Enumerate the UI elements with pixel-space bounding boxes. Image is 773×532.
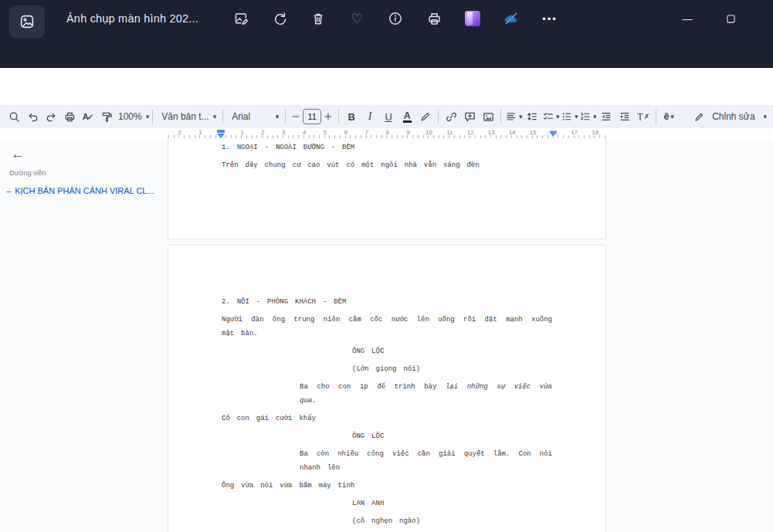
input-tools-icon: ê (663, 111, 669, 122)
outline-list: –KỊCH BẢN PHÂN CẢNH VIRAL CL... (6, 186, 164, 195)
script-block-paren: (Lớn giọng nói) (352, 362, 552, 376)
script-block-dialogue: Ba còn nhiều công việc cần giải quyết lắ… (300, 447, 552, 475)
paragraph-styles-select[interactable]: Văn bản t... ▾ (156, 107, 219, 126)
bold-button[interactable]: B (342, 107, 361, 126)
numbered-list-icon (579, 110, 592, 123)
ruler-number: 17 (571, 129, 578, 136)
comment-add-icon (463, 110, 476, 124)
rotate-icon (272, 11, 288, 27)
ruler-number: 8 (385, 129, 388, 136)
editing-mode-button[interactable]: Chỉnh sửa ▾ (689, 107, 771, 126)
right-indent-marker[interactable] (549, 131, 557, 137)
ruler-number: 4 (303, 129, 306, 136)
chevron-down-icon: ▾ (276, 114, 280, 120)
indent-icon (619, 110, 631, 123)
paint-roller-icon (100, 110, 114, 124)
ruler-number: 6 (344, 129, 348, 136)
input-tools-button[interactable]: ê ▾ (659, 107, 678, 126)
ruler-number: 12 (467, 129, 474, 136)
zoom-select[interactable]: 100% ▾ (116, 107, 149, 126)
print-button[interactable] (60, 107, 79, 126)
doc-page[interactable]: 1. NGOẠI - NGOÀI ĐƯỜNG - ĐÊMTrên dãy chu… (168, 138, 606, 239)
toolbar-divider (500, 110, 501, 124)
outline-item[interactable]: –KỊCH BẢN PHÂN CẢNH VIRAL CL... (6, 186, 164, 195)
script-line: mặt bàn. (222, 327, 552, 341)
increase-indent-button[interactable] (615, 107, 634, 126)
script-block-action: Người đàn ông trung niên cầm cốc nước lê… (222, 313, 552, 341)
toolbar-divider (152, 110, 153, 124)
chevron-down-icon: ▾ (575, 114, 578, 120)
script-line: (cô nghẹn ngào) (352, 514, 552, 528)
maximize-icon (725, 13, 737, 25)
script-line: Ba cho con 1p để trình bày lại những sự … (300, 380, 552, 394)
left-indent-marker[interactable] (217, 130, 225, 138)
script-block-action: Cô con gái cười khẩy (222, 412, 552, 425)
more-options-button[interactable]: ••• (541, 9, 559, 28)
ruler-number: 15 (530, 129, 537, 136)
ruler-number: 1 (198, 129, 202, 136)
decrease-font-size-button[interactable] (289, 107, 303, 126)
favorite-button[interactable]: ♡ (348, 9, 366, 28)
clear-formatting-button[interactable]: T ✗ (634, 107, 653, 126)
print-button[interactable] (425, 9, 443, 28)
font-size-input[interactable]: 11 (303, 109, 321, 124)
toolbar-divider (222, 110, 223, 124)
toolbar-divider (338, 110, 339, 124)
photo-icon (19, 13, 36, 30)
script-line: qua. (300, 394, 552, 408)
onedrive-button[interactable] (502, 9, 520, 28)
search-menus-button[interactable] (5, 107, 23, 126)
decrease-indent-button[interactable] (597, 107, 615, 126)
script-line: Cô con gái cười khẩy (222, 412, 552, 425)
doc-page[interactable]: 2. NỘI - PHÒNG KHÁCH - ĐÊMNgười đàn ông … (168, 245, 606, 532)
maximize-button[interactable] (717, 9, 744, 28)
insert-image-button[interactable] (479, 107, 497, 126)
script-line: ÔNG LỘC (352, 429, 552, 443)
link-icon (445, 110, 458, 124)
insert-link-button[interactable] (442, 107, 460, 126)
edit-image-button[interactable] (232, 9, 250, 28)
bulleted-list-button[interactable]: ▾ (560, 107, 578, 126)
script-block-character: LAN ANH (352, 496, 552, 510)
text-color-button[interactable]: A (398, 107, 416, 126)
docs-header: KỊCH BẢN PHÂN CẢNH FINAL ☆ TệpChỉnh sửaX… (0, 68, 773, 106)
script-line: Trên dãy chung cư cao vút có một ngôi nh… (222, 158, 552, 172)
increase-font-size-button[interactable] (321, 107, 335, 126)
outline-label: Đường viền (9, 169, 46, 177)
script-block-scene: 1. NGOẠI - NGOÀI ĐƯỜNG - ĐÊM (222, 141, 552, 154)
line-spacing-button[interactable] (523, 107, 541, 126)
italic-button[interactable]: I (361, 107, 379, 126)
spelling-check-button[interactable]: A✓ (79, 107, 97, 126)
chevron-down-icon: ▾ (519, 114, 523, 120)
undo-icon (26, 110, 39, 124)
search-icon (8, 110, 21, 124)
minimize-button[interactable]: — (673, 9, 701, 28)
clipchamp-button[interactable] (463, 9, 482, 28)
rotate-button[interactable] (270, 9, 289, 28)
clear-format-icon: T (637, 111, 643, 123)
chevron-down-icon: ▾ (213, 114, 217, 120)
photos-gallery-button[interactable] (9, 5, 45, 38)
numbered-list-button[interactable]: ▾ (578, 107, 597, 126)
info-button[interactable] (386, 9, 405, 28)
align-button[interactable]: ▾ (504, 107, 523, 126)
close-outline-button[interactable]: ← (8, 144, 28, 164)
script-line: 2. NỘI - PHÒNG KHÁCH - ĐÊM (222, 295, 552, 309)
photos-titlebar: Ảnh chụp màn hình 202... ♡ (0, 0, 773, 68)
image-icon (482, 110, 495, 124)
paint-format-button[interactable] (97, 107, 116, 126)
ruler-number: 7 (365, 129, 368, 136)
highlight-color-button[interactable] (416, 107, 435, 126)
ruler-number: 13 (488, 129, 495, 136)
undo-button[interactable] (23, 107, 42, 126)
font-select[interactable]: Arial ▾ (226, 107, 282, 126)
delete-button[interactable] (309, 9, 327, 28)
redo-button[interactable] (42, 107, 60, 126)
script-line: Ba còn nhiều công việc cần giải quyết lắ… (300, 447, 552, 461)
checklist-button[interactable]: ▾ (541, 107, 560, 126)
underline-button[interactable]: U (379, 107, 398, 126)
outdent-icon (600, 110, 612, 123)
chevron-down-icon: ▾ (556, 114, 560, 120)
add-comment-button[interactable] (460, 107, 479, 126)
script-line: nhanh lên (300, 461, 552, 475)
